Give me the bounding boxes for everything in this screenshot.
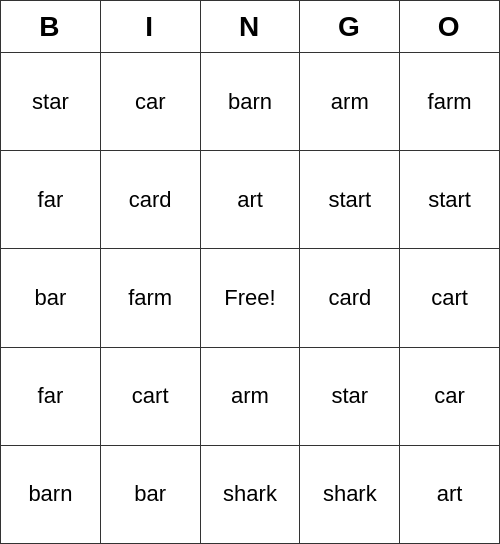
bingo-cell: barn	[200, 53, 300, 151]
bingo-row: barnbarsharksharkart	[1, 445, 500, 543]
bingo-cell: car	[100, 53, 200, 151]
bingo-cell: shark	[200, 445, 300, 543]
bingo-cell: farm	[100, 249, 200, 347]
bingo-cell: far	[1, 151, 101, 249]
bingo-header-cell: B	[1, 1, 101, 53]
bingo-header-cell: G	[300, 1, 400, 53]
bingo-cell: star	[300, 347, 400, 445]
bingo-cell: art	[200, 151, 300, 249]
bingo-header-cell: N	[200, 1, 300, 53]
bingo-header-cell: I	[100, 1, 200, 53]
bingo-cell: star	[1, 53, 101, 151]
bingo-cell: card	[100, 151, 200, 249]
bingo-row: farcardartstartstart	[1, 151, 500, 249]
bingo-row: starcarbarnarmfarm	[1, 53, 500, 151]
bingo-cell: art	[400, 445, 500, 543]
bingo-cell: car	[400, 347, 500, 445]
bingo-cell: Free!	[200, 249, 300, 347]
bingo-cell: barn	[1, 445, 101, 543]
bingo-cell: far	[1, 347, 101, 445]
bingo-cell: card	[300, 249, 400, 347]
bingo-cell: cart	[100, 347, 200, 445]
bingo-cell: farm	[400, 53, 500, 151]
bingo-board: BINGO starcarbarnarmfarmfarcardartstarts…	[0, 0, 500, 544]
bingo-header-cell: O	[400, 1, 500, 53]
bingo-cell: bar	[100, 445, 200, 543]
bingo-row: barfarmFree!cardcart	[1, 249, 500, 347]
bingo-cell: bar	[1, 249, 101, 347]
bingo-cell: cart	[400, 249, 500, 347]
bingo-cell: start	[400, 151, 500, 249]
bingo-cell: arm	[300, 53, 400, 151]
bingo-header-row: BINGO	[1, 1, 500, 53]
bingo-cell: start	[300, 151, 400, 249]
bingo-row: farcartarmstarcar	[1, 347, 500, 445]
bingo-cell: shark	[300, 445, 400, 543]
bingo-cell: arm	[200, 347, 300, 445]
